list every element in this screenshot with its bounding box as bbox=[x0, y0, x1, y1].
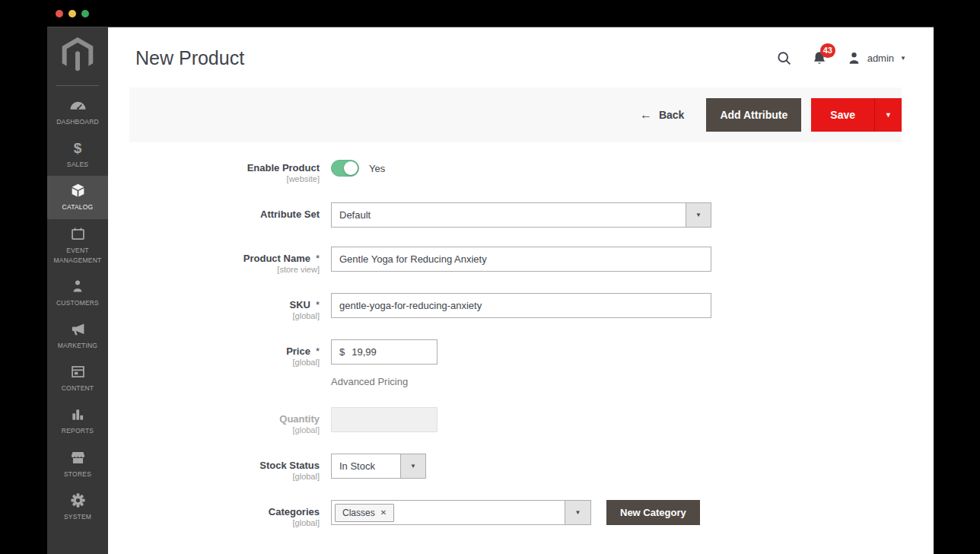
sidebar-item-catalog[interactable]: CATALOG bbox=[47, 176, 108, 218]
field-label-group: Categories [global] bbox=[129, 500, 320, 527]
back-arrow-icon: ← bbox=[640, 108, 652, 122]
save-button[interactable]: Save bbox=[811, 98, 874, 132]
sidebar-item-stores[interactable]: STORES bbox=[47, 443, 108, 486]
sidebar-item-marketing[interactable]: MARKETING bbox=[47, 314, 108, 357]
save-split-button: Save ▼ bbox=[811, 98, 902, 132]
form-row-enable-product: Enable Product [website] Yes bbox=[129, 160, 902, 183]
save-options-button[interactable]: ▼ bbox=[874, 98, 902, 132]
label-text: Product Name bbox=[243, 253, 310, 264]
sidebar-nav: DASHBOARD $ SALES CATALOG bbox=[47, 91, 108, 528]
chevron-down-icon: ▼ bbox=[695, 212, 702, 218]
catalog-icon bbox=[70, 183, 86, 199]
scope-label: [website] bbox=[129, 174, 320, 183]
stock-status-value: In Stock bbox=[332, 454, 400, 478]
back-button-label: Back bbox=[659, 109, 684, 121]
page-title: New Product bbox=[135, 47, 244, 69]
sku-label: SKU* bbox=[129, 299, 320, 310]
marketing-icon bbox=[70, 321, 86, 337]
add-attribute-button[interactable]: Add Attribute bbox=[706, 98, 801, 132]
chevron-down-icon: ▼ bbox=[885, 112, 892, 119]
sidebar-item-sales[interactable]: $ SALES bbox=[47, 133, 108, 176]
sidebar-item-label: DASHBOARD bbox=[56, 117, 99, 127]
label-text: SKU bbox=[289, 299, 310, 310]
sidebar-item-dashboard[interactable]: DASHBOARD bbox=[47, 91, 108, 133]
price-input[interactable]: $ 19,99 bbox=[331, 339, 438, 365]
back-button[interactable]: ← Back bbox=[640, 108, 684, 122]
stores-icon bbox=[70, 450, 86, 466]
required-asterisk: * bbox=[316, 299, 320, 310]
page-body: ← Back Add Attribute Save ▼ bbox=[108, 84, 934, 554]
select-dropdown-button[interactable]: ▼ bbox=[565, 501, 590, 524]
scope-label: [global] bbox=[129, 472, 320, 481]
enable-product-control: Yes bbox=[331, 160, 385, 177]
content-icon bbox=[70, 364, 86, 380]
field-label-group: Product Name* [store view] bbox=[129, 247, 320, 274]
minimize-window-button[interactable] bbox=[68, 10, 76, 18]
system-icon bbox=[70, 492, 86, 508]
price-field-group: $ 19,99 Advanced Pricing bbox=[331, 339, 438, 388]
chevron-down-icon: ▼ bbox=[575, 510, 581, 516]
categories-multiselect[interactable]: Classes ✕ ▼ bbox=[331, 500, 591, 525]
header-actions: 43 admin ▼ bbox=[776, 50, 906, 67]
search-icon[interactable] bbox=[776, 50, 792, 66]
page-actions-toolbar: ← Back Add Attribute Save ▼ bbox=[129, 88, 902, 142]
advanced-pricing-link[interactable]: Advanced Pricing bbox=[331, 376, 408, 387]
sidebar-item-label: CUSTOMERS bbox=[56, 298, 99, 308]
magento-logo-icon[interactable] bbox=[62, 37, 94, 75]
chevron-down-icon: ▼ bbox=[900, 56, 906, 62]
select-dropdown-button[interactable]: ▼ bbox=[686, 203, 711, 227]
sidebar-item-label: CATALOG bbox=[62, 202, 94, 212]
close-window-button[interactable] bbox=[56, 10, 63, 18]
category-chips: Classes ✕ bbox=[332, 504, 565, 522]
scope-label: [global] bbox=[129, 358, 320, 367]
window-controls bbox=[56, 10, 89, 18]
categories-label: Categories bbox=[129, 506, 320, 517]
sidebar-divider bbox=[56, 85, 99, 86]
event-management-icon bbox=[70, 226, 86, 242]
new-category-button[interactable]: New Category bbox=[606, 500, 700, 525]
field-label-group: SKU* [global] bbox=[129, 293, 320, 320]
price-value: 19,99 bbox=[352, 346, 377, 358]
form-row-categories: Categories [global] Classes ✕ bbox=[129, 500, 902, 527]
enable-product-toggle[interactable] bbox=[331, 160, 359, 177]
reports-icon bbox=[70, 406, 86, 422]
currency-symbol: $ bbox=[339, 346, 345, 358]
toggle-knob bbox=[344, 161, 358, 175]
chevron-down-icon: ▼ bbox=[410, 463, 416, 470]
admin-username: admin bbox=[867, 53, 894, 64]
admin-account-menu[interactable]: admin ▼ bbox=[847, 51, 906, 65]
toggle-state-label: Yes bbox=[369, 163, 385, 174]
stock-status-select[interactable]: In Stock ▼ bbox=[331, 454, 426, 479]
zoom-window-button[interactable] bbox=[81, 10, 89, 18]
required-asterisk: * bbox=[316, 345, 320, 357]
scope-label: [store view] bbox=[129, 265, 320, 274]
sidebar-item-reports[interactable]: REPORTS bbox=[47, 400, 108, 442]
quantity-label: Quantity bbox=[129, 413, 320, 425]
enable-product-label: Enable Product bbox=[129, 162, 320, 174]
scope-label: [global] bbox=[129, 311, 320, 320]
sidebar-item-label: SYSTEM bbox=[64, 512, 91, 522]
admin-sidebar: DASHBOARD $ SALES CATALOG bbox=[47, 27, 108, 554]
notifications-bell-icon[interactable]: 43 bbox=[812, 50, 827, 67]
sales-icon: $ bbox=[70, 140, 86, 156]
sku-input[interactable] bbox=[331, 293, 711, 318]
sidebar-item-customers[interactable]: CUSTOMERS bbox=[47, 272, 108, 314]
select-dropdown-button[interactable]: ▼ bbox=[400, 454, 425, 478]
sidebar-item-label: REPORTS bbox=[62, 426, 94, 436]
form-row-stock-status: Stock Status [global] In Stock ▼ bbox=[129, 454, 902, 481]
product-name-label: Product Name* bbox=[129, 253, 320, 264]
sidebar-item-label: CONTENT bbox=[62, 384, 94, 393]
main-content: New Product 43 bbox=[108, 27, 934, 554]
product-name-input[interactable] bbox=[331, 247, 711, 272]
new-product-form: Enable Product [website] Yes bbox=[129, 142, 902, 554]
sidebar-item-label: SALES bbox=[67, 160, 88, 170]
sidebar-item-system[interactable]: SYSTEM bbox=[47, 486, 108, 528]
attribute-set-select[interactable]: Default ▼ bbox=[331, 202, 711, 228]
form-row-quantity: Quantity [global] bbox=[129, 407, 902, 435]
sidebar-item-label: STORES bbox=[64, 470, 91, 479]
sidebar-item-event-management[interactable]: EVENT MANAGEMENT bbox=[47, 219, 108, 272]
chip-remove-icon[interactable]: ✕ bbox=[380, 508, 387, 517]
required-asterisk: * bbox=[316, 253, 320, 264]
notification-count-badge: 43 bbox=[820, 43, 835, 58]
sidebar-item-content[interactable]: CONTENT bbox=[47, 357, 108, 400]
